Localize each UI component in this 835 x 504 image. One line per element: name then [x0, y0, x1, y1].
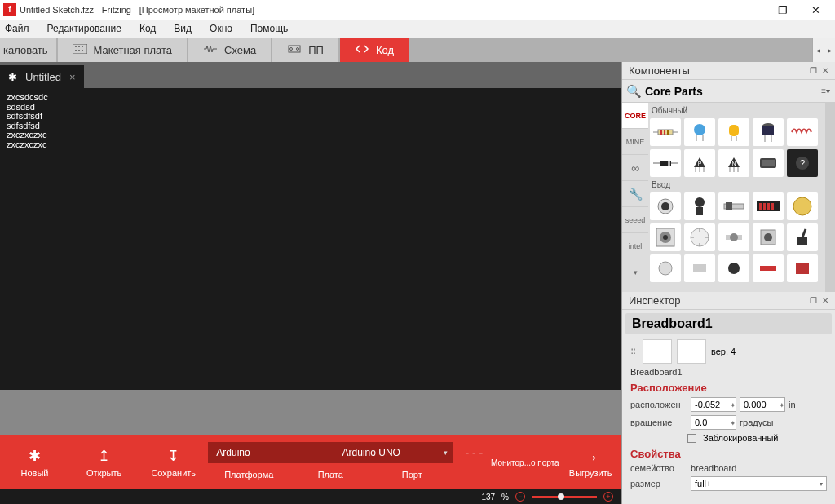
part-toggle-switch[interactable]	[787, 223, 818, 251]
components-panel-header[interactable]: Компоненты ❐✕	[622, 62, 835, 80]
view-next[interactable]: ▸	[824, 38, 835, 62]
new-button[interactable]: ✱ Новый	[0, 435, 69, 489]
bin-tab-core[interactable]: CORE	[622, 103, 648, 129]
part-inductor[interactable]	[787, 118, 818, 146]
breadboard-view-icon[interactable]: ⠿	[630, 347, 638, 356]
code-file-tab[interactable]: ✱ Untitled ×	[0, 65, 84, 88]
zoom-in-button[interactable]: +	[603, 492, 613, 502]
part-more-2[interactable]	[684, 254, 715, 282]
menu-file[interactable]: Файл	[5, 23, 29, 34]
tab-schematic[interactable]: Схема	[188, 38, 271, 62]
part-trimpot[interactable]	[718, 223, 749, 251]
upload-button[interactable]: → Выгрузить	[559, 435, 621, 489]
menu-edit[interactable]: Редактирование	[47, 23, 121, 34]
parts-grid: Обычный P N ? Ввод	[648, 103, 825, 292]
pos-y-input[interactable]: 0.000	[740, 397, 785, 412]
menu-help[interactable]: Помощь	[250, 23, 288, 34]
part-stepper[interactable]	[650, 223, 681, 251]
tab-welcome[interactable]: каловать	[0, 38, 56, 62]
svg-rect-66	[797, 237, 807, 245]
inspector-panel-header[interactable]: Инспектор ❐✕	[622, 292, 835, 310]
pcb-thumb[interactable]	[677, 339, 706, 364]
parts-bin-title: Core Parts	[645, 85, 821, 98]
part-pushbutton[interactable]	[650, 192, 681, 220]
close-tab-icon[interactable]: ×	[69, 71, 76, 83]
parts-menu-icon[interactable]: ≡▾	[821, 86, 835, 95]
part-slide-switch[interactable]	[718, 192, 749, 220]
open-icon: ↥	[98, 447, 110, 465]
pos-unit: in	[789, 400, 796, 409]
part-mosfet[interactable]	[753, 149, 784, 177]
svg-rect-72	[796, 263, 809, 274]
part-more-5[interactable]	[787, 254, 818, 282]
part-tactile[interactable]	[753, 223, 784, 251]
part-capacitor-electrolytic[interactable]	[753, 118, 784, 146]
menu-code[interactable]: Код	[139, 23, 156, 34]
maximize-button[interactable]: ❐	[767, 4, 799, 16]
bin-tab-mine[interactable]: MINE	[622, 129, 648, 155]
zoom-slider[interactable]	[532, 496, 597, 498]
bin-tab-intel[interactable]: intel	[622, 233, 648, 259]
svg-point-9	[297, 48, 299, 51]
part-rotary-encoder[interactable]	[684, 223, 715, 251]
tab-pcb[interactable]: ПП	[272, 38, 338, 62]
svg-point-70	[728, 263, 740, 274]
part-coin-cell[interactable]	[787, 192, 818, 220]
part-more-1[interactable]	[650, 254, 681, 282]
inspector-part-name[interactable]: Breadboard1	[625, 313, 832, 334]
rotation-input[interactable]: 0.0	[691, 415, 736, 430]
code-editor[interactable]: zxcsdcsdc sdsdsd sdfsdfsdf sdfsdfsd zxcz…	[0, 88, 621, 390]
serial-monitor-button[interactable]: Монитор...о порта	[490, 458, 559, 489]
part-mystery[interactable]: ?	[787, 149, 818, 177]
panel-close-icon[interactable]: ✕	[822, 66, 828, 75]
part-resistor[interactable]	[650, 118, 681, 146]
save-button[interactable]: ↧ Сохранить	[139, 435, 208, 489]
part-diode[interactable]	[650, 149, 681, 177]
part-more-3[interactable]	[718, 254, 749, 282]
parts-section-input: Ввод	[650, 180, 824, 189]
svg-rect-50	[763, 203, 766, 210]
search-icon[interactable]: 🔍	[622, 84, 645, 99]
modified-icon: ✱	[8, 71, 17, 83]
minimize-button[interactable]: —	[734, 4, 767, 16]
board-select[interactable]: Arduino UNO	[289, 442, 453, 463]
tab-breadboard[interactable]: Макетная плата	[58, 38, 187, 62]
open-button[interactable]: ↥ Открыть	[69, 435, 139, 489]
part-transistor-npn[interactable]: N	[718, 149, 749, 177]
parts-scrollbar[interactable]	[825, 103, 835, 292]
part-joystick[interactable]	[684, 192, 715, 220]
bin-tab-arduino[interactable]: ∞	[622, 155, 648, 181]
close-button[interactable]: ✕	[799, 4, 832, 16]
part-transistor-pnp[interactable]: P	[684, 149, 715, 177]
locked-checkbox[interactable]	[687, 434, 696, 443]
zoom-out-button[interactable]: −	[515, 492, 525, 502]
svg-text:P: P	[698, 161, 702, 166]
code-toolbar: ✱ Новый ↥ Открыть ↧ Сохранить Arduino Ar…	[0, 435, 621, 489]
size-select[interactable]: full+	[691, 476, 827, 491]
inspector-close-icon[interactable]: ✕	[822, 296, 828, 305]
svg-rect-27	[668, 161, 670, 166]
inspector-undock-icon[interactable]: ❐	[810, 296, 817, 305]
svg-rect-69	[693, 264, 706, 272]
menu-window[interactable]: Окно	[210, 23, 232, 34]
part-capacitor-tantalum[interactable]	[718, 118, 749, 146]
platform-select[interactable]: Arduino	[208, 442, 289, 463]
svg-rect-71	[760, 266, 776, 271]
svg-point-3	[82, 46, 83, 47]
platform-label: Платформа	[208, 470, 289, 480]
schematic-thumb[interactable]	[643, 339, 672, 364]
bin-tab-more[interactable]: ▾	[622, 259, 648, 285]
code-icon	[355, 44, 369, 55]
view-prev[interactable]: ◂	[812, 38, 824, 62]
part-dip-switch[interactable]	[753, 192, 784, 220]
part-more-4[interactable]	[753, 254, 784, 282]
tab-code[interactable]: Код	[340, 38, 409, 62]
menu-view[interactable]: Вид	[174, 23, 192, 34]
svg-point-56	[663, 235, 668, 240]
svg-text:N: N	[731, 161, 736, 166]
part-capacitor-ceramic[interactable]	[684, 118, 715, 146]
bin-tab-tools[interactable]: 🔧	[622, 181, 648, 207]
pos-x-input[interactable]: -0.052	[691, 397, 736, 412]
panel-undock-icon[interactable]: ❐	[810, 66, 817, 75]
bin-tab-seeed[interactable]: seeed	[622, 207, 648, 233]
